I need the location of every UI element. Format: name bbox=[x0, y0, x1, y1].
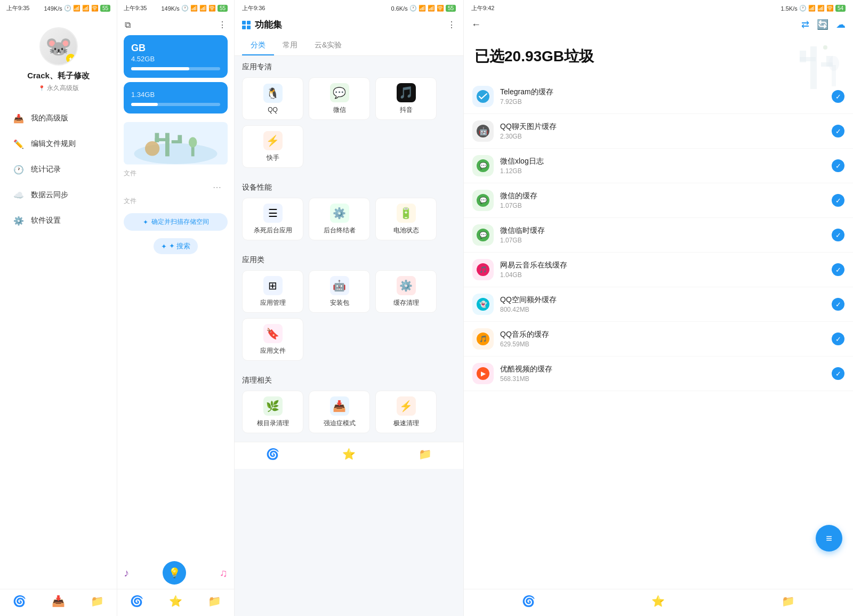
progress-bg-1 bbox=[131, 67, 220, 70]
feature-douyin[interactable]: 🎵 抖音 bbox=[375, 77, 437, 120]
feature-root-clean[interactable]: 🌿 根目录清理 bbox=[242, 391, 303, 433]
settings-icon: ⚙️ bbox=[13, 215, 25, 226]
svg-point-8 bbox=[189, 137, 197, 148]
list-item[interactable]: 🎵 网易云音乐在线缓存 1.04GB ✓ bbox=[464, 253, 853, 287]
bottom-nav-p3: 🌀 ⭐ 📁 bbox=[235, 442, 463, 469]
wechat-xlog-icon: 💬 bbox=[472, 155, 494, 176]
list-item[interactable]: ▶ 优酷视频的缓存 568.31MB ✓ bbox=[464, 356, 853, 391]
cloud-icon: ☁️ bbox=[13, 189, 25, 201]
trash-item-info: 微信临时缓存 1.07GB bbox=[500, 226, 825, 244]
douyin-icon: 🎵 bbox=[397, 83, 416, 102]
nav-label-edit: 编辑文件规则 bbox=[31, 139, 76, 149]
feature-app-file[interactable]: 🔖 应用文件 bbox=[242, 318, 303, 361]
p2-bottom-star[interactable]: ⭐ bbox=[169, 595, 182, 607]
p3-bottom-folder[interactable]: 📁 bbox=[419, 448, 432, 460]
cloud-upload-icon[interactable]: ☁ bbox=[836, 19, 846, 30]
trash-item-info: QQ音乐的缓存 629.59MB bbox=[500, 330, 825, 348]
p4-bottom-folder[interactable]: 📁 bbox=[782, 595, 795, 607]
feature-backend[interactable]: ⚙️ 后台终结者 bbox=[309, 198, 370, 240]
p2-bottom-folder[interactable]: 📁 bbox=[208, 595, 221, 607]
list-item[interactable]: 🤖 QQ聊天图片缓存 2.30GB ✓ bbox=[464, 114, 853, 149]
app-size: 800.42MB bbox=[500, 306, 825, 313]
panel2-header: ⧉ ⋮ bbox=[117, 14, 234, 35]
wechat-icon: 💬 bbox=[330, 83, 349, 102]
nav-item-edit-rules[interactable]: ✏️ 编辑文件规则 bbox=[9, 131, 108, 157]
nav-item-settings[interactable]: ⚙️ 软件设置 bbox=[9, 208, 108, 233]
section-title-device: 设备性能 bbox=[242, 183, 456, 192]
status-time-p4: 上午9:42 bbox=[471, 4, 494, 12]
battery-icon: 🔋 bbox=[397, 204, 416, 223]
check-icon[interactable]: ✓ bbox=[832, 194, 844, 207]
svg-text:🤖: 🤖 bbox=[479, 127, 488, 136]
more-icon-p3[interactable]: ⋮ bbox=[447, 20, 456, 30]
feature-battery[interactable]: 🔋 电池状态 bbox=[375, 198, 437, 240]
tab-classify[interactable]: 分类 bbox=[242, 36, 274, 55]
p4-bottom-star[interactable]: ⭐ bbox=[651, 595, 665, 607]
bottom-nav-fan[interactable]: 🌀 bbox=[13, 595, 26, 607]
feature-app-manage[interactable]: ⊞ 应用管理 bbox=[242, 270, 303, 313]
desert-svg bbox=[124, 122, 228, 165]
wechat-cache-icon: 💬 bbox=[472, 190, 494, 211]
check-icon[interactable]: ✓ bbox=[832, 125, 844, 137]
fab-button[interactable]: ≡ bbox=[816, 525, 842, 552]
list-item[interactable]: 💬 微信xlog日志 1.12GB ✓ bbox=[464, 149, 853, 183]
nav-item-cloud-sync[interactable]: ☁️ 数据云同步 bbox=[9, 182, 108, 208]
app-size: 1.07GB bbox=[500, 202, 825, 209]
app-name: 优酷视频的缓存 bbox=[500, 364, 825, 374]
p2-bottom-fan[interactable]: 🌀 bbox=[130, 595, 143, 607]
check-icon[interactable]: ✓ bbox=[832, 367, 844, 380]
bottom-nav-download[interactable]: 📥 bbox=[52, 595, 65, 607]
qq-label: QQ bbox=[268, 106, 278, 114]
wechat-temp-icon: 💬 bbox=[472, 224, 494, 246]
list-item[interactable]: 💬 微信的缓存 1.07GB ✓ bbox=[464, 183, 853, 218]
check-icon[interactable]: ✓ bbox=[832, 333, 844, 345]
p4-bottom-fan[interactable]: 🌀 bbox=[522, 595, 535, 607]
float-action-btn[interactable]: 💡 bbox=[163, 561, 186, 585]
list-item[interactable]: 💬 微信临时缓存 1.07GB ✓ bbox=[464, 218, 853, 253]
svg-point-19 bbox=[823, 45, 827, 50]
check-icon[interactable]: ✓ bbox=[832, 298, 844, 311]
tab-cloud[interactable]: 云&实验 bbox=[306, 36, 350, 55]
files-area: 文件 bbox=[117, 194, 234, 210]
nav-label-premium: 我的高级版 bbox=[31, 114, 68, 123]
dots-btn-p2[interactable]: ⋯ bbox=[206, 179, 228, 196]
svg-text:🎵: 🎵 bbox=[479, 335, 487, 343]
check-icon[interactable]: ✓ bbox=[832, 159, 844, 172]
tab-common[interactable]: 常用 bbox=[274, 36, 306, 55]
section-device-perf: 设备性能 ☰ 杀死后台应用 ⚙️ 后台终结者 🔋 电池状态 bbox=[235, 176, 463, 249]
kuaishou-label: 快手 bbox=[267, 153, 279, 163]
statusbar-panel4: 上午9:42 1.5K/s 🕐 📶 📶 🛜 54 bbox=[464, 0, 853, 14]
back-button[interactable]: ← bbox=[471, 19, 481, 30]
feature-fast-clean[interactable]: ⚡ 极速清理 bbox=[375, 391, 437, 433]
p3-bottom-star[interactable]: ⭐ bbox=[342, 448, 356, 460]
bottom-nav-folder[interactable]: 📁 bbox=[91, 595, 104, 607]
feature-wechat[interactable]: 💬 微信 bbox=[309, 77, 370, 120]
feature-kill-bg[interactable]: ☰ 杀死后台应用 bbox=[242, 198, 303, 240]
swap-icon[interactable]: ⇄ bbox=[801, 19, 809, 30]
feature-qq[interactable]: 🐧 QQ bbox=[242, 77, 303, 120]
trash-item-info: QQ空间额外缓存 800.42MB bbox=[500, 295, 825, 313]
list-item[interactable]: 👻 QQ空间额外缓存 800.42MB ✓ bbox=[464, 287, 853, 322]
nav-item-stats[interactable]: 🕐 统计记录 bbox=[9, 157, 108, 182]
feature-ocd[interactable]: 📥 强迫症模式 bbox=[309, 391, 370, 433]
check-icon[interactable]: ✓ bbox=[832, 263, 844, 276]
nav-item-premium[interactable]: 📥 我的高级版 bbox=[9, 106, 108, 131]
svg-rect-6 bbox=[178, 135, 182, 143]
feature-apk[interactable]: 🤖 安装包 bbox=[309, 270, 370, 313]
app-size: 1.12GB bbox=[500, 167, 825, 175]
nav-label-stats: 统计记录 bbox=[31, 165, 61, 174]
search-sparkle-icon: ✦ bbox=[161, 242, 167, 250]
more-icon-p2[interactable]: ⋮ bbox=[218, 20, 227, 30]
feature-kuaishou[interactable]: ⚡ 快手 bbox=[242, 125, 303, 168]
feature-cache-clean[interactable]: ⚙️ 缓存清理 bbox=[375, 270, 437, 313]
compare-icon[interactable]: ⧉ bbox=[125, 20, 131, 30]
refresh-icon[interactable]: 🔄 bbox=[817, 19, 828, 30]
user-level-badge: 📍 永久高级版 bbox=[38, 84, 79, 93]
check-icon[interactable]: ✓ bbox=[832, 229, 844, 241]
p3-bottom-fan[interactable]: 🌀 bbox=[266, 448, 279, 460]
status-time-p2: 上午9:35 bbox=[124, 4, 147, 12]
list-item[interactable]: 🎵 QQ音乐的缓存 629.59MB ✓ bbox=[464, 322, 853, 356]
search-pill[interactable]: ✦ ✦ 搜索 bbox=[154, 238, 198, 254]
scan-button[interactable]: ✦ 确定并扫描存储空间 bbox=[124, 213, 228, 231]
panel-storage-scanner: 上午9:35 149K/s 🕐 📶 📶 🛜 55 ⧉ ⋮ GB 4.52GB 1… bbox=[117, 0, 235, 616]
